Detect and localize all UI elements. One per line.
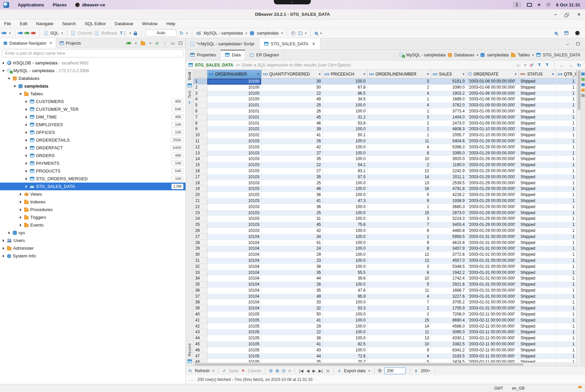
table-row[interactable]: 15101032254.121190.0'2003-01-29 00:00:00… <box>194 162 577 168</box>
row-number[interactable]: 5 <box>194 102 207 108</box>
table-row[interactable]: 61010126100.013773.4'2003-01-09 00:00:00… <box>194 108 577 114</box>
cell-ORDERNUMBER[interactable]: 10103 <box>207 162 261 168</box>
cell-STATUS[interactable]: Shipped <box>519 174 556 180</box>
cell-PRICEEACH[interactable]: 53.8 <box>323 120 368 127</box>
cell-ORDERLINENUMBER[interactable]: 5 <box>368 192 431 198</box>
cell-ORDERLINENUMBER[interactable]: 4 <box>368 144 431 150</box>
cell-PRICEEACH[interactable]: 39.6 <box>323 276 368 282</box>
cell-PRICEEACH[interactable]: 100.0 <box>323 102 368 108</box>
row-number[interactable]: 9 <box>194 126 207 132</box>
cell-ORDERNUMBER[interactable]: 10105 <box>207 359 261 362</box>
clear-filter-icon[interactable] <box>530 63 534 67</box>
cell-STATUS[interactable]: Shipped <box>519 299 556 305</box>
table-row[interactable]: 431010522100.0113065.0'2003-02-11 00:00:… <box>194 329 577 335</box>
cell-SALES[interactable]: 1705.9 <box>431 305 467 311</box>
cell-ORDERLINENUMBER[interactable]: 4 <box>368 91 431 97</box>
row-number[interactable]: 36 <box>194 288 207 294</box>
row-number[interactable]: 27 <box>194 234 207 240</box>
column-filter-icon[interactable]: ▼ <box>426 72 429 76</box>
tree-item-ORDERDETAILS[interactable]: ORDERDETAILS256K <box>0 136 185 144</box>
cell-SALES[interactable]: 3403.4 <box>431 222 467 228</box>
table-row[interactable]: 141010335100.0103920.0'2003-01-29 00:00:… <box>194 156 577 162</box>
cell-ORDERNUMBER[interactable]: 10104 <box>207 294 261 300</box>
cell-STATUS[interactable]: Shipped <box>519 252 556 258</box>
cell-QUANTITYORDERED[interactable]: 34 <box>261 234 323 240</box>
cell-PRICEEACH[interactable]: 100.0 <box>323 324 368 330</box>
cell-ORDERNUMBER[interactable]: 10105 <box>207 311 261 317</box>
cell-ORDERLINENUMBER[interactable]: 1 <box>368 204 431 210</box>
maximize-panel-icon[interactable] <box>179 42 182 45</box>
cell-PRICEEACH[interactable]: 100.0 <box>323 144 368 150</box>
auto-refresh-icon[interactable]: ↻ <box>179 31 184 36</box>
cell-ORDERNUMBER[interactable]: 10103 <box>207 180 261 186</box>
next-row-icon[interactable]: ▶ <box>312 369 316 373</box>
cell-QUANTITYORDERED[interactable]: 30 <box>261 79 323 85</box>
column-filter-icon[interactable]: ▼ <box>363 72 366 76</box>
cell-ORDERDATE[interactable]: '2003-02-11 00:00:00.000' <box>467 335 519 341</box>
cell-QUANTITYORDERED[interactable]: 31 <box>261 216 323 222</box>
menu-navigate[interactable]: Navigate <box>36 21 53 26</box>
row-number[interactable]: 30 <box>194 252 207 258</box>
cell-QTR_ID[interactable]: 1 <box>556 204 577 210</box>
cell-ORDERDATE[interactable]: '2003-01-06 00:00:00.000' <box>467 96 519 102</box>
cell-STATUS[interactable]: Shipped <box>519 305 556 311</box>
cell-PRICEEACH[interactable]: 100.0 <box>323 335 368 341</box>
cell-SALES[interactable]: 7208.0 <box>431 311 467 317</box>
fetch-next-segment-icon[interactable]: ⇟ <box>414 369 418 373</box>
status-more-icon[interactable]: … <box>190 377 194 382</box>
cell-SALES[interactable]: 5958.5 <box>431 234 467 240</box>
table-row[interactable]: 301010429100.0123772.6'2003-01-31 00:00:… <box>194 252 577 258</box>
menu-search[interactable]: Search <box>62 21 76 26</box>
cell-QUANTITYORDERED[interactable]: 38 <box>261 335 323 341</box>
cell-QUANTITYORDERED[interactable]: 27 <box>261 150 323 156</box>
cell-QTR_ID[interactable]: 1 <box>556 114 577 120</box>
cell-QUANTITYORDERED[interactable]: 36 <box>261 192 323 198</box>
cell-SALES[interactable]: 1942.2 <box>431 270 467 276</box>
row-number[interactable]: 3 <box>194 91 207 97</box>
add-row-icon[interactable]: ⊞ <box>269 369 273 373</box>
cell-PRICEEACH[interactable]: 100.0 <box>323 210 368 216</box>
cell-SALES[interactable]: 1666.7 <box>431 288 467 294</box>
cell-PRICEEACH[interactable]: 82.5 <box>323 341 368 347</box>
cell-ORDERNUMBER[interactable]: 10100 <box>207 91 261 97</box>
cell-ORDERLINENUMBER[interactable]: 2 <box>368 85 431 91</box>
row-number[interactable]: 8 <box>194 120 207 127</box>
cell-ORDERDATE[interactable]: '2003-01-29 00:00:00.000' <box>467 156 519 162</box>
column-header-QUANTITYORDERED[interactable]: 123QUANTITYORDERED▼ <box>261 70 323 78</box>
cell-STATUS[interactable]: Shipped <box>519 246 556 252</box>
cell-ORDERNUMBER[interactable]: 10100 <box>207 79 261 85</box>
cell-ORDERLINENUMBER[interactable]: 2 <box>368 162 431 168</box>
cell-SALES[interactable]: 5348.5 <box>431 264 467 270</box>
distro-logo-icon[interactable] <box>3 2 9 8</box>
table-row[interactable]: 11010030100.035151.0'2003-01-06 00:00:00… <box>194 79 577 85</box>
locale-indicator[interactable]: en_GB <box>512 386 525 391</box>
cell-ORDERNUMBER[interactable]: 10104 <box>207 264 261 270</box>
cell-QUANTITYORDERED[interactable]: 35 <box>261 288 323 294</box>
cell-ORDERDATE[interactable]: '2003-01-29 00:00:00.000' <box>467 186 519 192</box>
cell-QTR_ID[interactable]: 1 <box>556 216 577 222</box>
cell-QTR_ID[interactable]: 1 <box>556 210 577 216</box>
cell-STATUS[interactable]: Shipped <box>519 108 556 114</box>
save-button[interactable]: Save <box>229 369 239 373</box>
refresh-button[interactable]: Refresh <box>195 369 210 373</box>
cell-ORDERLINENUMBER[interactable]: 10 <box>368 276 431 282</box>
cell-ORDERNUMBER[interactable]: 10103 <box>207 210 261 216</box>
table-row[interactable]: 4101004934.511689.0'2003-01-06 00:00:00.… <box>194 96 577 102</box>
row-number[interactable]: 33 <box>194 270 207 276</box>
cell-QTR_ID[interactable]: 1 <box>556 126 577 132</box>
cell-PRICEEACH[interactable]: 65.9 <box>323 294 368 300</box>
cell-QTR_ID[interactable]: 1 <box>556 240 577 246</box>
cell-QTR_ID[interactable]: 1 <box>556 305 577 311</box>
cell-QUANTITYORDERED[interactable]: 42 <box>261 228 323 234</box>
cell-ORDERNUMBER[interactable]: 10105 <box>207 341 261 347</box>
cell-ORDERNUMBER[interactable]: 10104 <box>207 270 261 276</box>
commit-icon[interactable] <box>71 31 75 35</box>
cell-SALES[interactable]: 3457.9 <box>431 246 467 252</box>
cell-ORDERNUMBER[interactable]: 10101 <box>207 114 261 120</box>
cell-ORDERDATE[interactable]: '2003-02-11 00:00:00.000' <box>467 324 519 330</box>
cell-PRICEEACH[interactable]: 31.2 <box>323 114 368 120</box>
cell-PRICEEACH[interactable]: 47.6 <box>323 288 368 294</box>
maximize-editor-icon[interactable] <box>576 42 580 45</box>
row-number[interactable]: 39 <box>194 305 207 311</box>
cell-ORDERDATE[interactable]: '2003-01-29 00:00:00.000' <box>467 162 519 168</box>
